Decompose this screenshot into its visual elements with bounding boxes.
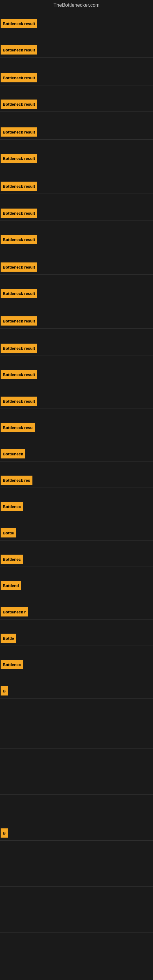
row-divider-10: [0, 274, 153, 275]
bottleneck-label-14: Bottleneck result: [1, 370, 37, 379]
bottleneck-row-32: [0, 950, 153, 962]
row-divider-19: [0, 514, 153, 514]
bottleneck-label-17: Bottleneck: [1, 449, 25, 458]
bottleneck-row-5: Bottleneck result: [0, 126, 153, 138]
row-divider-1: [0, 31, 153, 31]
bottleneck-label-6: Bottleneck result: [1, 154, 37, 163]
bottleneck-label-4: Bottleneck result: [1, 100, 37, 109]
row-divider-31: [0, 932, 153, 932]
row-divider-17: [0, 461, 153, 461]
row-divider-15: [0, 409, 153, 409]
row-divider-14: [0, 382, 153, 382]
bottleneck-row-26: B: [0, 685, 153, 697]
bottleneck-row-13: Bottleneck result: [0, 342, 153, 354]
bottleneck-row-8: Bottleneck result: [0, 207, 153, 219]
row-divider-5: [0, 139, 153, 140]
bottleneck-row-14: Bottleneck result: [0, 368, 153, 381]
bottleneck-row-18: Bottleneck res: [0, 474, 153, 486]
row-divider-4: [0, 111, 153, 112]
bottleneck-label-9: Bottleneck result: [1, 235, 37, 244]
bottleneck-label-7: Bottleneck result: [1, 181, 37, 191]
bottleneck-label-26: B: [1, 686, 8, 695]
row-divider-28: [0, 794, 153, 795]
bottleneck-row-25: Bottlenec: [0, 659, 153, 671]
bottleneck-label-24: Bottle: [1, 634, 16, 643]
bottleneck-row-27: [0, 735, 153, 747]
bottleneck-label-5: Bottleneck result: [1, 127, 37, 137]
bottleneck-row-31: [0, 919, 153, 931]
row-divider-16: [0, 435, 153, 435]
bottleneck-label-15: Bottleneck result: [1, 396, 37, 406]
bottleneck-label-1: Bottleneck result: [1, 19, 37, 28]
bottleneck-row-4: Bottleneck result: [0, 98, 153, 110]
bottleneck-row-16: Bottleneck resu: [0, 422, 153, 434]
row-divider-26: [0, 698, 153, 698]
bottleneck-label-11: Bottleneck result: [1, 289, 37, 298]
row-divider-24: [0, 646, 153, 646]
bottleneck-row-12: Bottleneck result: [0, 315, 153, 327]
bottleneck-label-23: Bottleneck r: [1, 607, 28, 616]
bottleneck-label-18: Bottleneck res: [1, 476, 32, 485]
bottleneck-label-19: Bottlenec: [1, 502, 23, 511]
row-divider-20: [0, 540, 153, 541]
row-divider-27: [0, 748, 153, 749]
bottleneck-label-25: Bottlenec: [1, 660, 23, 669]
row-divider-7: [0, 194, 153, 194]
bottleneck-row-19: Bottlenec: [0, 500, 153, 513]
bottleneck-row-10: Bottleneck result: [0, 261, 153, 273]
row-divider-22: [0, 593, 153, 593]
bottleneck-row-21: Bottlenec: [0, 553, 153, 565]
bottleneck-row-7: Bottleneck result: [0, 180, 153, 192]
row-divider-29: [0, 840, 153, 841]
bottleneck-row-3: Bottleneck result: [0, 72, 153, 84]
bottleneck-label-8: Bottleneck result: [1, 208, 37, 218]
bottleneck-row-20: Bottle: [0, 527, 153, 539]
bottleneck-label-29: B: [1, 829, 8, 838]
site-title: TheBottlenecker.com: [0, 0, 153, 10]
row-divider-21: [0, 566, 153, 567]
bottleneck-row-23: Bottleneck r: [0, 606, 153, 618]
row-divider-23: [0, 619, 153, 620]
bottleneck-label-16: Bottleneck resu: [1, 423, 35, 432]
bottleneck-row-6: Bottleneck result: [0, 152, 153, 164]
row-divider-12: [0, 328, 153, 329]
bottleneck-label-10: Bottleneck result: [1, 262, 37, 272]
bottleneck-label-12: Bottleneck result: [1, 317, 37, 326]
bottleneck-row-24: Bottle: [0, 632, 153, 644]
bottleneck-row-29: B: [0, 827, 153, 839]
bottleneck-row-2: Bottleneck result: [0, 44, 153, 56]
bottleneck-row-22: Bottlend: [0, 579, 153, 592]
bottleneck-label-21: Bottlenec: [1, 555, 23, 564]
bottleneck-row-30: [0, 873, 153, 885]
bottleneck-row-17: Bottleneck: [0, 448, 153, 460]
bottleneck-row-28: [0, 781, 153, 793]
row-divider-25: [0, 672, 153, 672]
row-divider-3: [0, 85, 153, 86]
bottleneck-row-1: Bottleneck result: [0, 18, 153, 30]
bottleneck-label-2: Bottleneck result: [1, 45, 37, 54]
bottleneck-label-3: Bottleneck result: [1, 73, 37, 83]
page-wrapper: TheBottlenecker.com Bottleneck resultBot…: [0, 0, 153, 980]
bottleneck-label-13: Bottleneck result: [1, 344, 37, 353]
bottleneck-label-20: Bottle: [1, 528, 16, 538]
bottleneck-row-9: Bottleneck result: [0, 233, 153, 246]
bottleneck-row-15: Bottleneck result: [0, 395, 153, 407]
bottleneck-row-11: Bottleneck result: [0, 287, 153, 299]
row-divider-9: [0, 247, 153, 247]
bottleneck-label-22: Bottlend: [1, 581, 21, 590]
